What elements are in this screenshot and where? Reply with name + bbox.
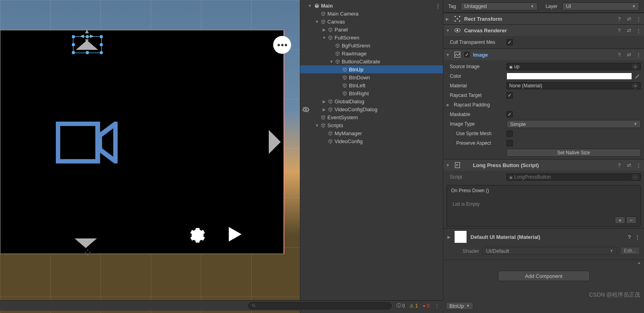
menu-icon[interactable]: ⋮ xyxy=(635,234,640,240)
source-image-field[interactable]: ▣ up ⊙ xyxy=(506,63,641,70)
sprite-mesh-checkbox[interactable] xyxy=(506,130,513,137)
fold-icon[interactable]: ▼ xyxy=(446,53,451,57)
script-field: ▣ LongPressButton ⊙ xyxy=(506,173,641,181)
hierarchy-item[interactable]: ▶VideoConfigDialog xyxy=(300,105,443,113)
preset-icon[interactable]: ⇄ xyxy=(626,28,632,33)
handle-tl[interactable] xyxy=(72,35,75,38)
hierarchy-item[interactable]: MyManager xyxy=(300,129,443,137)
expand-icon[interactable]: ▼ xyxy=(315,20,319,24)
hierarchy-item[interactable]: Main Camera xyxy=(300,10,443,18)
cull-checkbox[interactable] xyxy=(506,39,513,45)
hierarchy-item[interactable]: ▶Panel xyxy=(300,26,443,33)
warn-count[interactable]: ⚠ 1 xyxy=(410,303,418,309)
add-event-button[interactable]: + xyxy=(615,217,625,224)
object-picker-icon[interactable]: ⊙ xyxy=(632,64,638,69)
edit-shader-button[interactable]: Edit... xyxy=(620,247,640,255)
help-icon[interactable]: ? xyxy=(628,234,631,240)
hierarchy-item[interactable]: EventSystem xyxy=(300,113,443,121)
fold-icon[interactable]: ▼ xyxy=(446,163,451,167)
handle-rc[interactable] xyxy=(100,43,103,46)
expand-icon[interactable]: ▶ xyxy=(322,107,327,112)
hierarchy-scene-row[interactable]: ▼ Main ⋮ xyxy=(300,2,443,10)
layer-label: Layer xyxy=(546,4,557,9)
expand-icon[interactable]: ▼ xyxy=(329,59,334,64)
add-component-button[interactable]: Add Component xyxy=(498,271,590,281)
lpb-title: Long Press Button (Script) xyxy=(473,162,613,168)
expand-icon[interactable]: ▼ xyxy=(315,123,319,128)
help-icon[interactable]: ? xyxy=(616,162,622,168)
handle-lc[interactable] xyxy=(72,43,75,46)
eyedropper-icon[interactable] xyxy=(634,73,641,80)
expand-icon[interactable]: ▶ xyxy=(322,28,327,32)
menu-icon[interactable]: ⋮ xyxy=(635,16,642,22)
expand-icon[interactable]: ▼ xyxy=(307,4,312,8)
more-circle-icon[interactable] xyxy=(273,36,291,54)
material-field[interactable]: None (Material) ⊙ xyxy=(506,82,641,89)
preset-icon[interactable]: ⇄ xyxy=(626,162,632,168)
raycast-checkbox[interactable] xyxy=(506,92,513,98)
fold-icon[interactable]: ▶ xyxy=(447,103,451,107)
selection-rect[interactable] xyxy=(73,37,101,53)
hierarchy-item[interactable]: ▼Canvas xyxy=(300,18,443,26)
footer-selection-dropdown[interactable]: BtnUp ▼ xyxy=(446,302,473,310)
preset-icon[interactable]: ⇄ xyxy=(626,52,632,58)
cube-icon xyxy=(327,27,333,32)
hierarchy-item[interactable]: BgFullSrenn xyxy=(300,41,443,49)
visibility-off-icon[interactable] xyxy=(302,106,309,115)
preset-icon[interactable]: ⇄ xyxy=(626,16,632,22)
help-icon[interactable]: ? xyxy=(616,28,622,33)
handle-tr[interactable] xyxy=(100,35,103,38)
hierarchy-item[interactable]: ▼Scripts xyxy=(300,121,443,129)
shader-dropdown[interactable]: UI/Default ▼ xyxy=(483,247,617,255)
help-icon[interactable]: ? xyxy=(616,52,622,58)
hierarchy-item-label: BtnUp xyxy=(349,67,363,73)
hierarchy-item[interactable]: BtnDown xyxy=(300,73,443,81)
fold-icon[interactable]: ▼ xyxy=(446,28,451,33)
cube-icon xyxy=(327,98,333,104)
hierarchy-item[interactable]: BtnLeft xyxy=(300,81,443,89)
expand-icon[interactable]: ▶ xyxy=(322,99,327,104)
set-native-size-button[interactable]: Set Native Size xyxy=(506,149,641,157)
expand-preview-icon[interactable]: ▲ xyxy=(637,261,641,262)
hierarchy-panel[interactable]: ▼ Main ⋮ Main Camera▼Canvas▶Panel▼FullSc… xyxy=(300,0,443,313)
info-count[interactable]: ⓘ 0 xyxy=(396,302,405,309)
preserve-aspect-checkbox[interactable] xyxy=(506,140,513,146)
gear-icon[interactable] xyxy=(187,222,209,244)
image-enable-checkbox[interactable] xyxy=(464,52,470,57)
handle-tc[interactable] xyxy=(86,35,89,38)
help-icon[interactable]: ? xyxy=(616,16,622,22)
scene-view[interactable] xyxy=(0,0,300,313)
object-picker-icon[interactable]: ⊙ xyxy=(632,83,638,89)
hierarchy-item[interactable]: RawImage xyxy=(300,49,443,57)
hierarchy-item[interactable]: BtnUp xyxy=(300,65,443,73)
rect-transform-title: Rect Transform xyxy=(464,16,613,22)
fold-icon[interactable]: ▶ xyxy=(447,235,451,239)
handle-bc[interactable] xyxy=(86,51,89,54)
menu-icon[interactable]: ⋮ xyxy=(635,162,642,168)
inspector-panel[interactable]: Tag Untagged ▼ Layer UI ▼ ▶ Rect Transfo… xyxy=(443,0,644,313)
hierarchy-item[interactable]: ▶GlobalDialog xyxy=(300,97,443,105)
remove-event-button[interactable]: − xyxy=(626,217,636,224)
hierarchy-item[interactable]: ▼ButtonsCalibrate xyxy=(300,57,443,65)
console-search[interactable] xyxy=(248,302,392,309)
expand-icon[interactable]: ▼ xyxy=(322,35,327,40)
source-image-label: Source Image xyxy=(447,64,506,69)
fold-icon[interactable]: ▶ xyxy=(446,17,451,21)
kebab-icon[interactable]: ⋮ xyxy=(434,303,439,309)
menu-icon[interactable]: ⋮ xyxy=(635,28,642,33)
maskable-checkbox[interactable] xyxy=(506,111,513,118)
handle-bl[interactable] xyxy=(72,51,75,54)
hierarchy-item[interactable]: ▼FullScreen xyxy=(300,33,443,41)
play-icon[interactable] xyxy=(223,223,245,245)
err-count[interactable]: ● 0 xyxy=(423,303,429,309)
tag-dropdown[interactable]: Untagged ▼ xyxy=(461,2,538,10)
hierarchy-item[interactable]: BtnRight xyxy=(300,89,443,97)
kebab-icon[interactable]: ⋮ xyxy=(435,3,441,9)
layer-dropdown[interactable]: UI ▼ xyxy=(562,2,639,10)
handle-br[interactable] xyxy=(100,51,103,54)
inspector-tag-row: Tag Untagged ▼ Layer UI ▼ xyxy=(443,0,644,13)
image-type-dropdown[interactable]: Simple ▼ xyxy=(506,120,641,128)
color-field[interactable] xyxy=(506,73,632,80)
hierarchy-item[interactable]: VideoConfig xyxy=(300,137,443,145)
menu-icon[interactable]: ⋮ xyxy=(635,52,642,58)
